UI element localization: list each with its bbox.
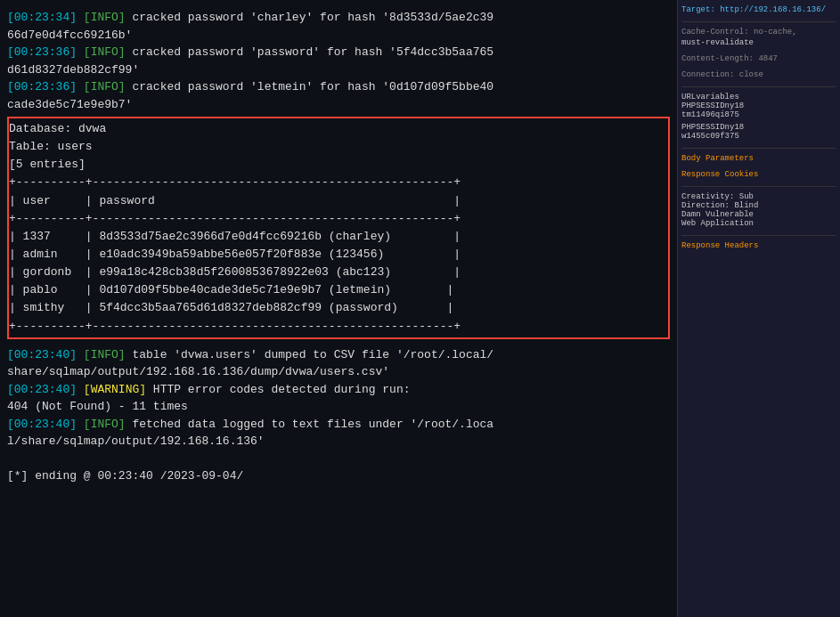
table-header: | user | password | xyxy=(9,192,668,210)
level-info-b1: [INFO] xyxy=(84,348,126,361)
log-line-ending: [*] ending @ 00:23:40 /2023-09-04/ xyxy=(7,467,670,485)
app-label: Damn Vulnerable xyxy=(681,210,836,219)
level-info-b3: [INFO] xyxy=(84,418,126,431)
divider-4 xyxy=(681,186,836,187)
log-text-b1: table 'dvwa.users' dumped to CSV file '/… xyxy=(126,348,493,361)
divider-1 xyxy=(681,21,836,22)
entries-line: [5 entries] xyxy=(9,156,668,174)
cache-value: must-revalidate xyxy=(681,38,836,47)
log-text-3: cracked password 'letmein' for hash '0d1… xyxy=(126,80,493,93)
response-cookies-label: Response Cookies xyxy=(681,170,836,179)
log-line-b3b: l/share/sqlmap/output/192.168.16.136' xyxy=(7,433,670,451)
divider-3 xyxy=(681,148,836,149)
terminal-panel: [00:23:34] [INFO] cracked password 'char… xyxy=(0,0,677,617)
level-info-2: [INFO] xyxy=(84,45,126,59)
level-info-3: [INFO] xyxy=(84,80,126,93)
log-line-2: [00:23:36] [INFO] cracked password 'pass… xyxy=(7,44,670,61)
log-line-2b: d61d8327deb882cf99' xyxy=(7,61,670,79)
log-line-b2b: 404 (Not Found) - 11 times xyxy=(7,398,670,416)
log-text-b2: HTTP error codes detected during run: xyxy=(146,383,410,396)
cookie-3: PHPSESSIDny18 xyxy=(681,123,836,132)
table-separator-2: +----------+----------------------------… xyxy=(9,210,668,228)
log-text-3b: cade3de5c71e9e9b7' xyxy=(7,98,132,111)
log-text-2: cracked password 'password' for hash '5f… xyxy=(126,45,493,59)
log-line-b1: [00:23:40] [INFO] table 'dvwa.users' dum… xyxy=(7,346,670,364)
log-text-b2b: 404 (Not Found) - 11 times xyxy=(7,400,188,413)
right-panel: Target: http://192.168.16.136/ Cache-Con… xyxy=(677,0,840,617)
cookie-4: w1455c09f375 xyxy=(681,132,836,141)
cookie-1: PHPSESSIDny18 xyxy=(681,101,836,110)
table-separator-1: +----------+----------------------------… xyxy=(9,174,668,191)
cache-label: Cache-Control: no-cache, xyxy=(681,28,836,37)
log-line-1: [00:23:34] [INFO] cracked password 'char… xyxy=(7,9,670,27)
table-row-admin: | admin | e10adc3949ba59abbe56e057f20f88… xyxy=(9,246,668,264)
content-length-label: Content-Length: 4847 xyxy=(681,54,836,63)
table-row-1337: | 1337 | 8d3533d75ae2c3966d7e0d4fcc69216… xyxy=(9,228,668,246)
body-params-label: Body Parameters xyxy=(681,154,836,163)
right-content-length-section: Content-Length: 4847 xyxy=(681,54,836,63)
timestamp-2: [00:23:36] xyxy=(7,45,77,59)
db-name-line: Database: dvwa xyxy=(9,120,668,138)
timestamp-3: [00:23:36] xyxy=(7,80,77,93)
divider-5 xyxy=(681,235,836,236)
cookie-2: tm11496qi875 xyxy=(681,110,836,119)
right-creativity: Creativity: Sub Direction: Blind Damn Vu… xyxy=(681,192,836,228)
db-result-block: Database: dvwa Table: users [5 entries] … xyxy=(7,117,670,339)
log-line-3: [00:23:36] [INFO] cracked password 'letm… xyxy=(7,78,670,96)
table-separator-3: +----------+----------------------------… xyxy=(9,318,668,336)
level-warning-b2: [WARNING] xyxy=(84,383,146,396)
right-target-label: Target: http://192.168.16.136/ xyxy=(681,5,836,14)
log-text-1: cracked password 'charley' for hash '8d3… xyxy=(126,11,493,24)
table-row-pablo: | pablo | 0d107d09f5bbe40cade3de5c71e9e9… xyxy=(9,281,668,299)
creativity-label: Creativity: Sub xyxy=(681,192,836,201)
log-line-1b: 66d7e0d4fcc69216b' xyxy=(7,27,670,45)
table-row-gordonb: | gordonb | e99a18c428cb38d5f26008536789… xyxy=(9,264,668,281)
log-line-b3: [00:23:40] [INFO] fetched data logged to… xyxy=(7,416,670,434)
log-text-2b: d61d8327deb882cf99' xyxy=(7,63,139,77)
right-urlvariables: URLvariables PHPSESSIDny18 tm11496qi875 … xyxy=(681,93,836,141)
right-target-section: Target: http://192.168.16.136/ xyxy=(681,5,836,14)
log-line-b1b: share/sqlmap/output/192.168.16.136/dump/… xyxy=(7,363,670,381)
table-row-smithy: | smithy | 5f4dcc3b5aa765d61d8327deb882c… xyxy=(9,299,668,317)
right-connection-section: Connection: close xyxy=(681,70,836,79)
right-body-params: Body Parameters xyxy=(681,154,836,163)
response-headers-label: Response Headers xyxy=(681,241,836,250)
table-name-line: Table: users xyxy=(9,138,668,156)
log-text-b3b: l/share/sqlmap/output/192.168.16.136' xyxy=(7,434,265,448)
direction-label: Direction: Blind xyxy=(681,201,836,210)
log-text-1b: 66d7e0d4fcc69216b' xyxy=(7,28,132,42)
right-cache-section: Cache-Control: no-cache, must-revalidate xyxy=(681,28,836,47)
cookie-3-section: PHPSESSIDny18 w1455c09f375 xyxy=(681,123,836,141)
log-line-empty xyxy=(7,451,670,468)
timestamp-b1: [00:23:40] xyxy=(7,348,77,361)
level-info-1: [INFO] xyxy=(84,11,126,24)
timestamp-b2: [00:23:40] xyxy=(7,383,77,396)
connection-label: Connection: close xyxy=(681,70,836,79)
log-line-b2: [00:23:40] [WARNING] HTTP error codes de… xyxy=(7,381,670,399)
divider-2 xyxy=(681,86,836,87)
url-variables-label: URLvariables xyxy=(681,93,836,101)
log-text-b3: fetched data logged to text files under … xyxy=(126,418,493,431)
log-text-ending: [*] ending @ 00:23:40 /2023-09-04/ xyxy=(7,469,243,483)
right-response-cookies: Response Cookies xyxy=(681,170,836,179)
timestamp-b3: [00:23:40] xyxy=(7,418,77,431)
app-label2: Web Application xyxy=(681,219,836,228)
log-line-3b: cade3de5c71e9e9b7' xyxy=(7,96,670,114)
log-text-b1b: share/sqlmap/output/192.168.16.136/dump/… xyxy=(7,365,389,378)
timestamp-1: [00:23:34] xyxy=(7,11,77,24)
right-response-headers: Response Headers xyxy=(681,241,836,250)
